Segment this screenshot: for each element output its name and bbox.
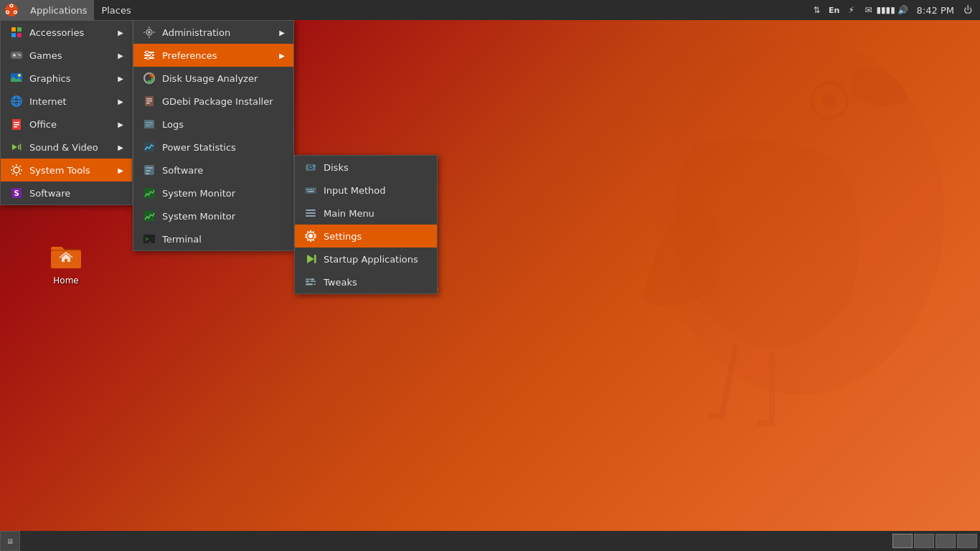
bottom-taskbar: 🖥	[0, 531, 980, 551]
svg-rect-76	[308, 191, 314, 192]
preferences-menu-item[interactable]: Preferences ▶	[133, 44, 293, 67]
places-menu-button[interactable]: Places	[94, 0, 138, 20]
software-label: Software	[29, 188, 70, 199]
graphics-menu-item[interactable]: Graphics ▶	[1, 67, 132, 90]
preferences-icon	[142, 48, 156, 62]
terminal-label: Terminal	[162, 234, 202, 245]
office-menu-item[interactable]: Office ▶	[1, 113, 132, 136]
svg-rect-31	[14, 122, 19, 123]
show-desktop-button[interactable]: 🖥	[0, 531, 20, 551]
workspace-1-button[interactable]	[892, 534, 913, 548]
tweaks-icon	[303, 275, 318, 289]
accessories-label: Accessories	[29, 27, 84, 38]
svg-rect-14	[11, 27, 16, 32]
svg-point-45	[146, 51, 149, 54]
sound-video-menu-item[interactable]: Sound & Video ▶	[1, 136, 132, 159]
mail-icon[interactable]: ✉	[862, 4, 875, 17]
office-icon	[9, 117, 24, 131]
svg-text:S: S	[14, 189, 19, 197]
system-tools-submenu: Administration ▶ Preferences ▶	[133, 20, 294, 251]
svg-point-10	[6, 11, 8, 13]
top-taskbar: Applications Places ⇅ En ⚡ ✉ ▮▮▮▮ 🔊 8:42…	[0, 0, 980, 20]
keyboard-icon[interactable]: ⇅	[811, 4, 824, 17]
home-folder-icon	[49, 238, 83, 273]
applications-menu-button[interactable]: Applications	[23, 0, 94, 20]
svg-rect-62	[146, 173, 149, 174]
system-monitor2-icon	[142, 209, 156, 223]
internet-icon	[9, 94, 24, 108]
taskbar-right: ⇅ En ⚡ ✉ ▮▮▮▮ 🔊 8:42 PM ⏻	[811, 4, 980, 17]
internet-menu-item[interactable]: Internet ▶	[1, 90, 132, 113]
system-monitor2-menu-item[interactable]: System Monitor	[133, 204, 293, 227]
power-stats-icon	[142, 140, 156, 154]
software2-icon	[142, 163, 156, 177]
workspace-4-button[interactable]	[957, 534, 977, 548]
disks-label: Disks	[324, 162, 349, 173]
workspace-2-button[interactable]	[914, 534, 934, 548]
svg-rect-71	[305, 187, 316, 194]
svg-rect-77	[306, 209, 316, 211]
power-stats-menu-item[interactable]: Power Statistics	[133, 136, 293, 159]
input-method-menu-item[interactable]: Input Method	[295, 179, 437, 202]
volume-icon[interactable]: 🔊	[897, 4, 910, 17]
disks-icon	[303, 160, 318, 174]
games-menu-item[interactable]: Games ▶	[1, 44, 132, 67]
svg-rect-53	[146, 103, 150, 104]
svg-point-37	[14, 167, 19, 173]
svg-rect-79	[306, 215, 316, 217]
startup-apps-menu-item[interactable]: Startup Applications	[295, 248, 437, 270]
startup-apps-icon	[303, 252, 318, 266]
workspace-3-button[interactable]	[936, 534, 956, 548]
graphics-icon	[9, 71, 24, 85]
games-arrow: ▶	[118, 52, 123, 60]
power-icon[interactable]: ⏻	[961, 4, 974, 17]
logs-label: Logs	[162, 119, 184, 130]
svg-point-47	[146, 57, 149, 60]
logs-menu-item[interactable]: Logs	[133, 113, 293, 136]
settings-menu-item[interactable]: Settings	[295, 225, 437, 248]
svg-rect-20	[14, 54, 15, 57]
software2-menu-item[interactable]: Software	[133, 159, 293, 182]
desktop: Home Accessories ▶	[0, 20, 980, 531]
main-menu-item[interactable]: Main Menu	[295, 202, 437, 225]
workspace-switcher	[892, 534, 980, 548]
main-menu-icon	[303, 206, 318, 220]
disks-menu-item[interactable]: Disks	[295, 156, 437, 179]
taskbar-left: Applications Places	[0, 0, 138, 20]
accessories-menu-item[interactable]: Accessories ▶	[1, 21, 132, 44]
terminal-icon: >_	[142, 232, 156, 246]
input-method-icon[interactable]: En	[828, 4, 841, 17]
svg-rect-61	[146, 170, 151, 171]
system-tools-menu-item[interactable]: System Tools ▶	[1, 159, 132, 182]
svg-rect-17	[17, 33, 22, 37]
bluetooth-icon[interactable]: ⚡	[845, 4, 858, 17]
svg-point-69	[310, 166, 311, 168]
system-monitor1-menu-item[interactable]: System Monitor	[133, 182, 293, 204]
gdebi-icon	[142, 94, 156, 108]
svg-rect-82	[314, 255, 316, 263]
gdebi-label: GDebi Package Installer	[162, 96, 273, 107]
home-icon-label: Home	[53, 276, 78, 286]
battery-icon[interactable]: ▮▮▮▮	[880, 4, 892, 17]
administration-menu-item[interactable]: Administration ▶	[133, 21, 293, 44]
sound-video-label: Sound & Video	[29, 142, 98, 153]
svg-rect-57	[146, 126, 151, 126]
svg-rect-32	[14, 124, 19, 126]
svg-rect-84	[311, 278, 314, 281]
internet-arrow: ▶	[118, 98, 123, 105]
input-method-label: Input Method	[324, 185, 386, 196]
graphics-arrow: ▶	[118, 75, 123, 83]
svg-point-41	[148, 31, 151, 34]
administration-arrow: ▶	[279, 29, 285, 37]
tweaks-menu-item[interactable]: Tweaks	[295, 270, 437, 293]
power-stats-label: Power Statistics	[162, 142, 236, 153]
system-monitor1-icon	[142, 186, 156, 200]
gdebi-menu-item[interactable]: GDebi Package Installer	[133, 90, 293, 113]
software-icon: S	[9, 186, 24, 200]
disk-usage-menu-item[interactable]: Disk Usage Analyzer	[133, 67, 293, 90]
terminal-menu-item[interactable]: >_ Terminal	[133, 227, 293, 250]
svg-text:>_: >_	[145, 236, 152, 242]
software-menu-item[interactable]: S Software	[1, 182, 132, 204]
svg-point-22	[19, 55, 21, 56]
home-desktop-icon[interactable]: Home	[46, 235, 86, 288]
